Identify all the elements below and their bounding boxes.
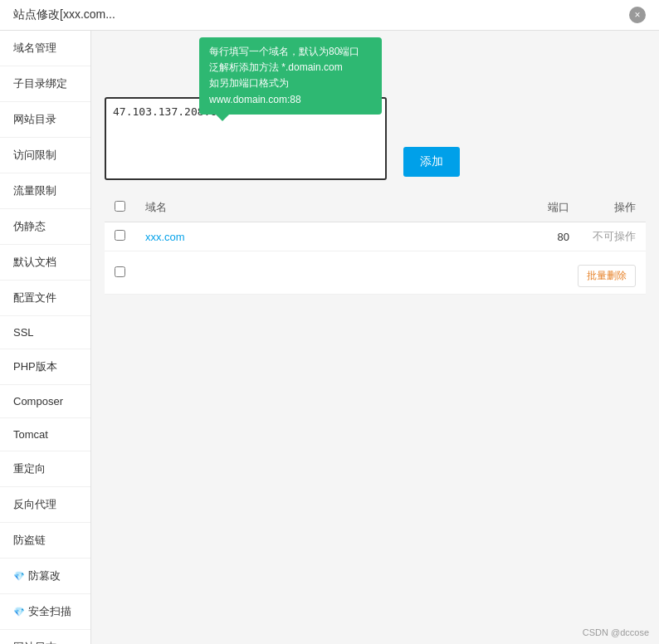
sidebar-item-label: 流量限制: [13, 183, 56, 198]
add-button[interactable]: 添加: [403, 147, 460, 177]
main-content: 每行填写一个域名，默认为80端口 泛解析添加方法 *.domain.com 如另…: [91, 31, 659, 644]
sidebar-item-redirect[interactable]: 重定向: [0, 451, 90, 487]
sidebar-item-label: PHP版本: [13, 359, 57, 374]
sidebar-item-default-doc[interactable]: 默认文档: [0, 245, 90, 281]
sidebar-item-label: 子目录绑定: [13, 76, 67, 91]
sidebar-item-access-limit[interactable]: 访问限制: [0, 138, 90, 173]
sidebar: 域名管理 子目录绑定 网站目录 访问限制 流量限制 伪静态 默认文档 配置文件: [0, 31, 91, 644]
row-port: 80: [558, 231, 569, 243]
sidebar-item-website-dir[interactable]: 网站目录: [0, 102, 90, 138]
close-button[interactable]: ×: [629, 7, 646, 23]
sidebar-item-anti-tamper[interactable]: 💎 防篡改: [0, 559, 90, 594]
batch-checkbox[interactable]: [115, 266, 125, 277]
row-domain-cell: xxx.com: [135, 222, 513, 251]
batch-action-cell: 批量删除: [135, 251, 646, 295]
sidebar-item-label: 反向代理: [13, 497, 56, 512]
th-port: 端口: [513, 193, 579, 222]
sidebar-item-label: 网站目录: [13, 112, 56, 127]
sidebar-item-domain[interactable]: 域名管理: [0, 31, 90, 66]
sidebar-item-ssl[interactable]: SSL: [0, 316, 90, 349]
row-checkbox-cell: [105, 222, 135, 251]
sidebar-item-label: 伪静态: [13, 219, 46, 234]
batch-delete-button[interactable]: 批量删除: [578, 265, 636, 287]
sidebar-item-tomcat[interactable]: Tomcat: [0, 418, 90, 451]
sidebar-item-label: 默认文档: [13, 255, 56, 270]
sidebar-item-website-log[interactable]: 网站日志: [0, 630, 90, 644]
sidebar-item-label: 访问限制: [13, 148, 56, 163]
sidebar-item-label: 网站日志: [13, 640, 56, 644]
domain-table: 域名 端口 操作: [105, 193, 646, 295]
modal: 站点修改[xxx.com... × 域名管理 子目录绑定 网站目录 访问限制 流…: [0, 0, 659, 644]
th-checkbox: [105, 193, 135, 222]
th-domain: 域名: [135, 193, 513, 222]
modal-body: 域名管理 子目录绑定 网站目录 访问限制 流量限制 伪静态 默认文档 配置文件: [0, 31, 659, 644]
row-action: 不可操作: [593, 230, 636, 242]
sidebar-item-config-file[interactable]: 配置文件: [0, 281, 90, 316]
select-all-checkbox[interactable]: [115, 201, 125, 212]
table-row: xxx.com 80 不可操作: [105, 222, 646, 251]
tooltip-line1: 每行填写一个域名，默认为80端口: [209, 44, 372, 60]
row-action-cell: 不可操作: [579, 222, 646, 251]
diamond-icon: 💎: [13, 607, 25, 617]
tooltip-line2: 泛解析添加方法 *.domain.com: [209, 60, 372, 76]
sidebar-item-label: 域名管理: [13, 41, 56, 56]
tooltip-line3: 如另加端口格式为 www.domain.com:88: [209, 76, 372, 107]
sidebar-item-pseudo-static[interactable]: 伪静态: [0, 209, 90, 245]
row-port-cell: 80: [513, 222, 579, 251]
sidebar-item-label: 防盗链: [13, 533, 46, 548]
sidebar-item-composer[interactable]: Composer: [0, 385, 90, 418]
row-checkbox[interactable]: [115, 230, 125, 241]
batch-row: 批量删除: [105, 251, 646, 295]
sidebar-item-php-version[interactable]: PHP版本: [0, 349, 90, 385]
sidebar-item-label: Tomcat: [13, 428, 48, 441]
domain-link[interactable]: xxx.com: [145, 231, 185, 243]
tooltip-box: 每行填写一个域名，默认为80端口 泛解析添加方法 *.domain.com 如另…: [199, 37, 382, 115]
sidebar-item-reverse-proxy[interactable]: 反向代理: [0, 487, 90, 523]
sidebar-item-label: 配置文件: [13, 290, 56, 305]
sidebar-item-label: SSL: [13, 326, 34, 339]
diamond-icon: 💎: [13, 571, 25, 582]
sidebar-item-subdirectory[interactable]: 子目录绑定: [0, 66, 90, 102]
table-header-row: 域名 端口 操作: [105, 193, 646, 222]
th-action: 操作: [579, 193, 646, 222]
sidebar-item-security-scan[interactable]: 💎 安全扫描: [0, 594, 90, 630]
modal-title: 站点修改[xxx.com...: [13, 7, 115, 22]
sidebar-item-label: Composer: [13, 395, 63, 407]
batch-checkbox-cell: [105, 251, 135, 295]
sidebar-item-hotlink[interactable]: 防盗链: [0, 523, 90, 559]
sidebar-item-flow-limit[interactable]: 流量限制: [0, 173, 90, 209]
sidebar-item-label: 安全扫描: [28, 604, 71, 619]
sidebar-item-label: 防篡改: [28, 568, 61, 583]
watermark: CSDN @dccose: [583, 627, 649, 637]
sidebar-item-label: 重定向: [13, 461, 46, 476]
modal-header: 站点修改[xxx.com... ×: [0, 0, 659, 31]
